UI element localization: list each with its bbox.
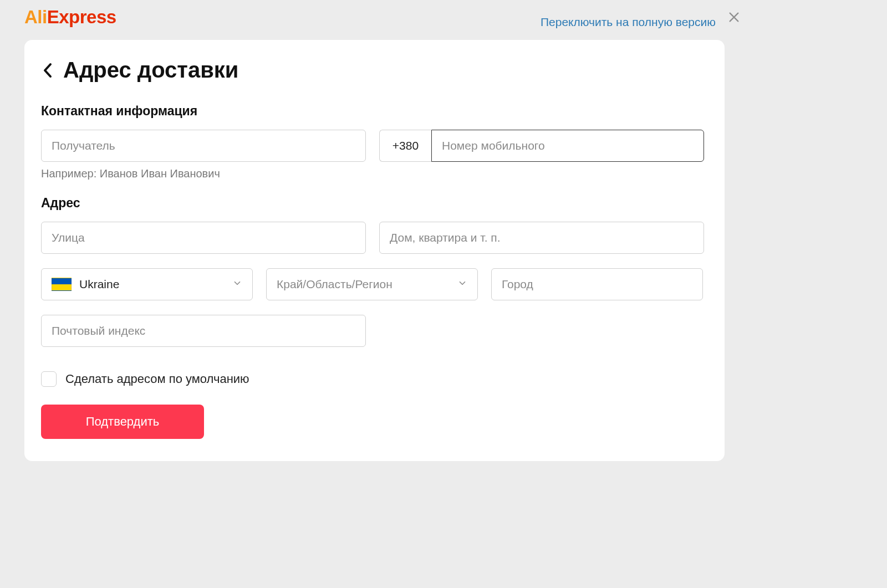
page-title: Адрес доставки [63, 58, 238, 83]
chevron-down-icon [232, 278, 242, 291]
phone-number-input[interactable] [431, 130, 704, 162]
recipient-input[interactable] [41, 130, 366, 162]
region-placeholder: Край/Область/Регион [277, 278, 392, 291]
switch-full-version-link[interactable]: Переключить на полную версию [541, 16, 716, 29]
postal-code-input[interactable] [41, 315, 366, 347]
close-icon[interactable] [728, 11, 740, 25]
chevron-down-icon [457, 278, 467, 291]
default-address-label[interactable]: Сделать адресом по умолчанию [65, 372, 249, 386]
logo-part-express: Express [47, 7, 116, 27]
apartment-input[interactable] [379, 222, 704, 254]
phone-prefix[interactable]: +380 [379, 130, 431, 162]
contact-section-heading: Контактная информация [41, 104, 708, 119]
confirm-button[interactable]: Подтвердить [41, 405, 204, 439]
address-section-heading: Адрес [41, 196, 708, 211]
logo-part-ali: Ali [24, 7, 47, 27]
country-value: Ukraine [79, 278, 119, 291]
recipient-hint: Например: Иванов Иван Иванович [41, 167, 708, 180]
city-input[interactable] [491, 268, 703, 300]
street-input[interactable] [41, 222, 366, 254]
address-form-card: Адрес доставки Контактная информация +38… [24, 40, 725, 461]
back-icon[interactable] [41, 61, 55, 80]
default-address-checkbox[interactable] [41, 371, 57, 387]
country-select[interactable]: Ukraine [41, 268, 253, 300]
region-select[interactable]: Край/Область/Регион [266, 268, 478, 300]
aliexpress-logo[interactable]: AliExpress [24, 7, 116, 28]
ukraine-flag-icon [52, 278, 72, 291]
